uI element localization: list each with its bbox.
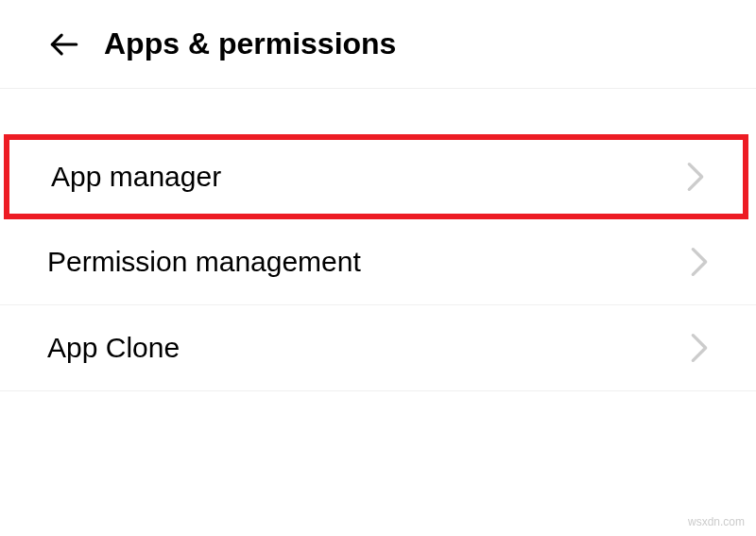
- watermark: wsxdn.com: [688, 515, 745, 528]
- back-arrow-icon: [48, 28, 80, 61]
- list-item-label: Permission management: [47, 246, 361, 278]
- chevron-right-icon: [690, 246, 709, 278]
- page-title: Apps & permissions: [104, 26, 396, 61]
- back-button[interactable]: [47, 27, 81, 61]
- settings-list: App manager Permission management App Cl…: [0, 89, 756, 391]
- list-item-permission-management[interactable]: Permission management: [0, 219, 756, 305]
- header: Apps & permissions: [0, 0, 756, 89]
- list-item-app-clone[interactable]: App Clone: [0, 305, 756, 391]
- chevron-right-icon: [690, 332, 709, 364]
- chevron-right-icon: [686, 161, 705, 193]
- list-item-label: App manager: [51, 161, 221, 193]
- list-item-app-manager[interactable]: App manager: [4, 134, 748, 219]
- list-item-label: App Clone: [47, 332, 180, 364]
